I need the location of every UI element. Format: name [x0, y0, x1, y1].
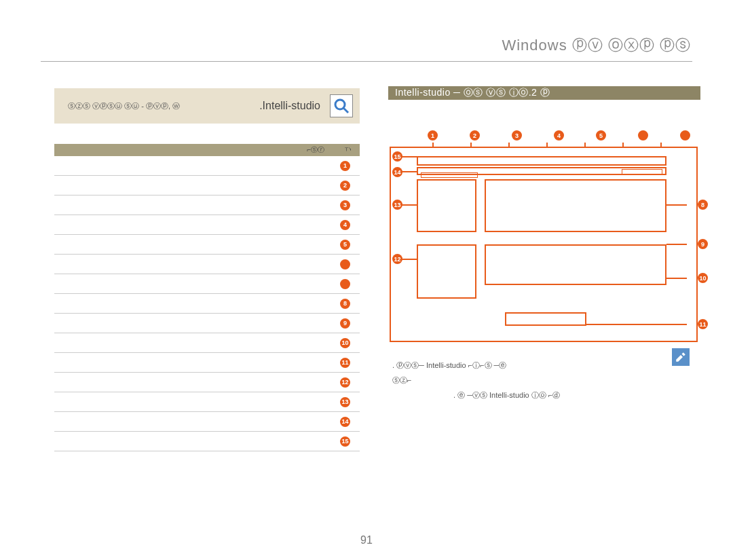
badge-6: [340, 259, 350, 269]
marker-11: 11: [698, 319, 708, 329]
page-header: Windows ⓟⓥ ⓞⓧⓟ ⓟⓢ: [502, 35, 691, 56]
region-8: [485, 179, 666, 232]
table-row: 4: [54, 215, 360, 235]
marker-8: 8: [698, 200, 708, 210]
marker-3: 3: [512, 130, 522, 141]
badge-11: 11: [340, 358, 350, 368]
ui-diagram: 1 2 3 4 5 15 14 13 12: [390, 130, 698, 341]
badge-15: 15: [340, 436, 350, 447]
badge-10: 10: [340, 338, 350, 348]
badge-8: 8: [340, 299, 350, 309]
banner-small-text: ⓢⓩⓢ ⓥⓟⓢⓤ ⓢⓤ - ⓟⓥⓟ, ⓦ: [61, 101, 254, 111]
badge-4: 4: [340, 220, 350, 230]
marker-9: 9: [698, 239, 708, 249]
search-banner: ⓢⓩⓢ ⓥⓟⓢⓤ ⓢⓤ - ⓟⓥⓟ, ⓦ .Intelli-studio: [54, 88, 360, 124]
table-row: 10: [54, 333, 360, 353]
table-row: 8: [54, 294, 360, 314]
badge-12: 12: [340, 377, 350, 388]
svg-point-0: [335, 100, 345, 109]
section-title: Intelli-studio ─ ⓞⓢ ⓥⓢ ⓘⓞ.2 ⓟ: [395, 87, 550, 99]
section-title-bar: Intelli-studio ─ ⓞⓢ ⓥⓢ ⓘⓞ.2 ⓟ: [388, 86, 700, 100]
marker-12: 12: [392, 254, 402, 264]
note-line-1: . ⓟⓥⓢ─ Intelli-studio ⌐ⓘ⌐ⓢ ─ⓔ: [392, 358, 560, 373]
table-row: 12: [54, 373, 360, 392]
marker-1: 1: [428, 130, 438, 141]
marker-10: 10: [698, 273, 708, 283]
marker-4: 4: [554, 130, 564, 141]
header-divider: [41, 61, 692, 62]
badge-2: 2: [340, 181, 350, 191]
table-row: 5: [54, 235, 360, 255]
badge-3: 3: [340, 200, 350, 210]
search-icon[interactable]: [330, 94, 353, 117]
table-row: [54, 274, 360, 294]
marker-2: 2: [470, 130, 480, 141]
table-row: 15: [54, 432, 360, 451]
page-number: 91: [360, 534, 373, 546]
table-row: 9: [54, 314, 360, 333]
marker-5: 5: [596, 130, 606, 141]
region-13: [417, 179, 476, 232]
marker-13: 13: [392, 200, 402, 210]
table-body: 1 2 3 4 5 8 9 10 11 12 13 14 15: [54, 156, 360, 451]
svg-line-1: [343, 108, 348, 113]
page-title: Windows ⓟⓥ ⓞⓧⓟ ⓟⓢ: [502, 37, 691, 54]
table-header: ⌐ⓢⓡ ⸆⸃: [54, 144, 360, 156]
note-line-2: ⓢⓩ⌐: [392, 373, 560, 388]
marker-15: 15: [392, 151, 402, 162]
region-14: [417, 167, 666, 175]
table-row: 3: [54, 195, 360, 215]
region-12: [417, 244, 476, 299]
badge-1: 1: [340, 161, 350, 171]
badge-7: [340, 279, 350, 289]
badge-9: 9: [340, 318, 350, 329]
note-icon: [672, 348, 690, 366]
th-col2: ⸆⸃: [345, 146, 352, 154]
badge-5: 5: [340, 240, 350, 250]
top-markers: 1 2 3 4 5: [428, 130, 690, 141]
region-9: [485, 244, 666, 285]
right-column: Intelli-studio ─ ⓞⓢ ⓥⓢ ⓘⓞ.2 ⓟ 1 2 3 4 5: [388, 86, 700, 100]
marker-7: [680, 130, 690, 141]
note-text: . ⓟⓥⓢ─ Intelli-studio ⌐ⓘ⌐ⓢ ─ⓔ ⓢⓩ⌐ . ⓔ ─ⓥ…: [392, 358, 560, 403]
table-row: 2: [54, 176, 360, 195]
region-11: [505, 312, 586, 326]
note-line-3: . ⓔ ─ⓥⓢ Intelli-studio ⓘⓞ ⌐ⓓ: [392, 388, 560, 403]
table-row: 1: [54, 156, 360, 176]
table-row: 13: [54, 392, 360, 412]
badge-13: 13: [340, 397, 350, 407]
banner-label: .Intelli-studio: [259, 100, 320, 112]
table-row: 14: [54, 412, 360, 432]
marker-6: [638, 130, 648, 141]
left-column: ⓢⓩⓢ ⓥⓟⓢⓤ ⓢⓤ - ⓟⓥⓟ, ⓦ .Intelli-studio ⌐ⓢⓡ…: [54, 88, 360, 451]
table-row: 11: [54, 353, 360, 373]
marker-14: 14: [392, 167, 402, 177]
th-col1: ⌐ⓢⓡ: [307, 145, 324, 155]
table-row: [54, 255, 360, 274]
badge-14: 14: [340, 417, 350, 427]
